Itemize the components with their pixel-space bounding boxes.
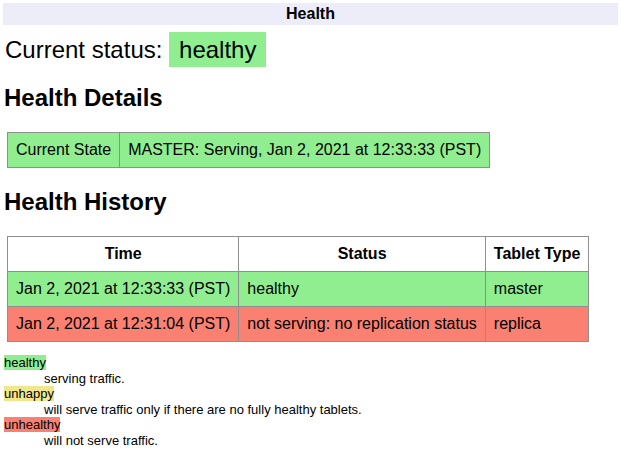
legend-term: unhappy: [4, 386, 618, 402]
legend-term-unhappy-badge: unhappy: [4, 386, 54, 401]
current-state-value: MASTER: Serving, Jan 2, 2021 at 12:33:33…: [120, 133, 490, 168]
column-header-tablet-type: Tablet Type: [485, 237, 589, 272]
legend-term: healthy: [4, 355, 618, 371]
table-row: Jan 2, 2021 at 12:33:33 (PST) healthy ma…: [8, 272, 589, 307]
legend-description: serving traffic.: [44, 371, 618, 387]
time-cell: Jan 2, 2021 at 12:33:33 (PST): [8, 272, 239, 307]
health-details-table: Current State MASTER: Serving, Jan 2, 20…: [7, 132, 490, 168]
current-status-badge: healthy: [169, 32, 266, 67]
time-cell: Jan 2, 2021 at 12:31:04 (PST): [8, 307, 239, 342]
column-header-status: Status: [239, 237, 485, 272]
status-cell: not serving: no replication status: [239, 307, 485, 342]
health-details-heading: Health Details: [4, 84, 618, 112]
legend-term-healthy-badge: healthy: [4, 355, 46, 370]
health-history-table: Time Status Tablet Type Jan 2, 2021 at 1…: [7, 236, 589, 342]
health-history-heading: Health History: [4, 188, 618, 216]
current-status-label: Current status:: [5, 36, 162, 63]
current-state-row: Current State MASTER: Serving, Jan 2, 20…: [8, 133, 490, 168]
legend-term-unhealthy-badge: unhealthy: [4, 417, 60, 432]
status-cell: healthy: [239, 272, 485, 307]
tablet-type-cell: replica: [485, 307, 589, 342]
tablet-type-cell: master: [485, 272, 589, 307]
table-row: Jan 2, 2021 at 12:31:04 (PST) not servin…: [8, 307, 589, 342]
legend-term: unhealthy: [4, 417, 618, 433]
legend-description: will not serve traffic.: [44, 433, 618, 449]
column-header-time: Time: [8, 237, 239, 272]
current-status: Current status: healthy: [5, 36, 618, 64]
current-state-label: Current State: [8, 133, 120, 168]
table-header-row: Time Status Tablet Type: [8, 237, 589, 272]
page-title: Health: [3, 3, 618, 25]
legend-description: will serve traffic only if there are no …: [44, 402, 618, 418]
legend: healthy serving traffic. unhappy will se…: [4, 355, 618, 448]
